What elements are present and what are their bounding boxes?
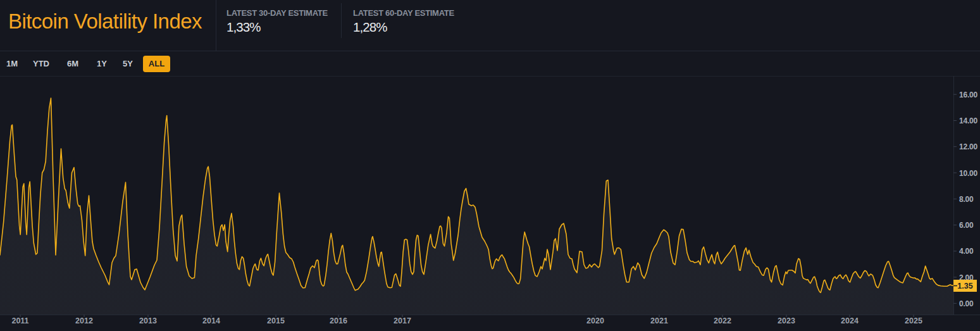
svg-text:2024: 2024 <box>841 316 859 325</box>
svg-text:2014: 2014 <box>202 316 220 325</box>
svg-text:1.35: 1.35 <box>957 282 972 290</box>
svg-text:2011: 2011 <box>11 316 28 325</box>
svg-text:2015: 2015 <box>267 316 285 325</box>
svg-text:2021: 2021 <box>650 316 668 325</box>
svg-text:2017: 2017 <box>394 316 411 325</box>
svg-text:2016: 2016 <box>330 316 347 325</box>
svg-text:2023: 2023 <box>778 316 795 325</box>
svg-text:2020: 2020 <box>586 316 604 325</box>
svg-text:14.00: 14.00 <box>959 116 978 125</box>
svg-text:2022: 2022 <box>714 316 731 325</box>
svg-text:0.00: 0.00 <box>959 299 974 308</box>
svg-text:4.00: 4.00 <box>959 247 974 256</box>
svg-text:6.00: 6.00 <box>959 221 974 230</box>
svg-text:2012: 2012 <box>75 316 93 325</box>
svg-text:12.00: 12.00 <box>959 142 978 151</box>
svg-text:2013: 2013 <box>139 316 157 325</box>
svg-text:16.00: 16.00 <box>959 91 978 99</box>
svg-text:10.00: 10.00 <box>959 169 978 178</box>
svg-text:2025: 2025 <box>905 316 922 325</box>
svg-text:8.00: 8.00 <box>959 195 974 204</box>
